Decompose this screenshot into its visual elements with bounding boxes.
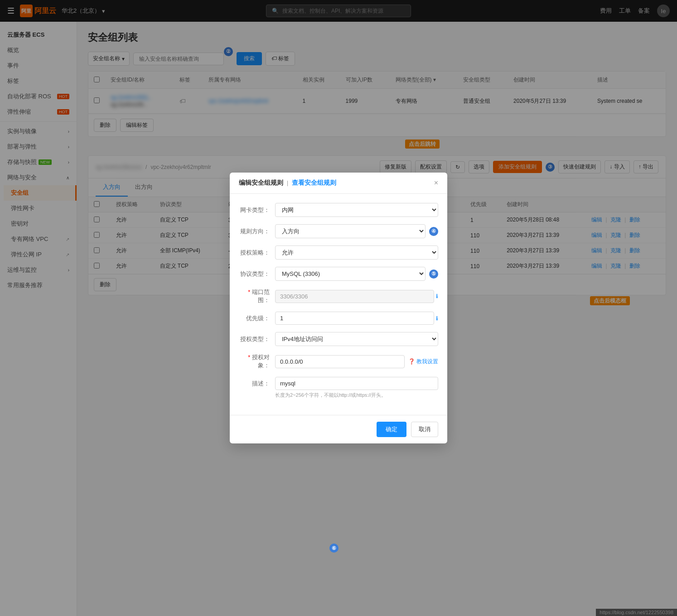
cancel-button[interactable]: 取消: [411, 422, 438, 437]
form-row-nic: 网卡类型： 内网: [239, 203, 438, 217]
step5-badge: ⑤: [429, 270, 438, 279]
form-row-policy: 授权策略： 允许: [239, 245, 438, 260]
help-set-link[interactable]: ❓ 教我设置: [408, 358, 438, 366]
target-label: 授权对象：: [239, 353, 275, 370]
modal-body: 网卡类型： 内网 规则方向： 入方向 ④ 授权策略： 允许: [230, 194, 447, 415]
target-input[interactable]: [275, 355, 405, 368]
modal-overlay[interactable]: 编辑安全组规则 | 查看安全组规则 × 网卡类型： 内网 规则方向： 入方向: [0, 0, 677, 616]
priority-label: 优先级：: [239, 314, 275, 322]
direction-select[interactable]: 入方向: [275, 224, 426, 238]
policy-select[interactable]: 允许: [275, 245, 438, 260]
form-row-direction: 规则方向： 入方向 ④: [239, 224, 438, 238]
port-info-icon: ℹ: [436, 293, 438, 299]
form-row-protocol: 协议类型： MySQL (3306) ⑤: [239, 267, 438, 281]
form-row-auth-type: 授权类型： IPv4地址访问问: [239, 332, 438, 346]
auth-type-label: 授权类型：: [239, 335, 275, 343]
port-label: 端口范围：: [239, 288, 275, 304]
nic-type-label: 网卡类型：: [239, 206, 275, 214]
desc-hint: 长度为2~256个字符，不能以http://或https://开头。: [275, 392, 438, 399]
auth-type-select[interactable]: IPv4地址访问问: [275, 332, 438, 346]
step4-badge: ④: [429, 227, 438, 236]
port-input[interactable]: [275, 290, 434, 303]
protocol-label: 协议类型：: [239, 270, 275, 278]
policy-label: 授权策略：: [239, 249, 275, 257]
form-row-priority: 优先级： ℹ: [239, 312, 438, 325]
priority-input[interactable]: [275, 312, 434, 325]
desc-label: 描述：: [239, 377, 275, 388]
confirm-button[interactable]: 确定: [377, 422, 406, 437]
desc-input[interactable]: [275, 377, 438, 390]
priority-info-icon: ℹ: [436, 315, 438, 322]
step6-badge: ⑥: [329, 544, 338, 553]
protocol-select[interactable]: MySQL (3306): [275, 267, 426, 281]
form-row-desc: 描述： 长度为2~256个字符，不能以http://或https://开头。: [239, 377, 438, 399]
modal-link[interactable]: 查看安全组规则: [292, 179, 336, 187]
step6-area: ⑥: [329, 544, 338, 553]
modal-header: 编辑安全组规则 | 查看安全组规则 ×: [230, 173, 447, 194]
modal-title: 编辑安全组规则: [239, 179, 283, 187]
modal-close-button[interactable]: ×: [434, 179, 438, 187]
modal-footer: 确定 取消: [230, 415, 447, 443]
form-row-port: 端口范围： ℹ: [239, 288, 438, 304]
form-row-target: 授权对象： ❓ 教我设置: [239, 353, 438, 370]
nic-type-select[interactable]: 内网: [275, 203, 438, 217]
direction-label: 规则方向：: [239, 227, 275, 236]
edit-rule-modal: 编辑安全组规则 | 查看安全组规则 × 网卡类型： 内网 规则方向： 入方向: [230, 173, 447, 443]
